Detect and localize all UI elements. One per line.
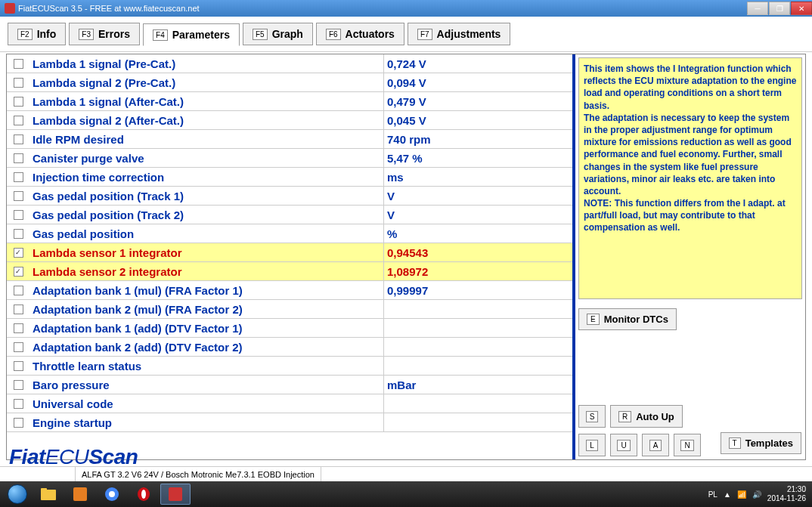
param-name: Lambda signal 2 (Pre-Cat.) [29,76,383,89]
param-value: 5,47 % [383,149,572,167]
param-row[interactable]: Idle RPM desired740 rpm [7,130,572,149]
svg-rect-0 [41,490,56,500]
param-value [383,357,572,375]
param-checkbox[interactable] [14,134,23,144]
param-checkbox[interactable]: ✓ [14,267,23,277]
param-row[interactable]: Gas pedal position (Track 1) V [7,187,572,206]
param-checkbox[interactable] [14,380,23,390]
param-value: 0,045 V [383,111,572,129]
a-button[interactable]: A [642,434,669,456]
param-name: Adaptation bank 2 (mul) (FRA Factor 2) [29,303,383,316]
param-row[interactable]: Gas pedal position (Track 2) V [7,206,572,224]
param-row[interactable]: Throttle learn status [7,357,572,376]
param-value [383,394,572,413]
n-button[interactable]: N [674,434,701,456]
param-checkbox[interactable]: ✓ [14,248,23,258]
tab-adjustments[interactable]: F7Adjustments [408,23,510,45]
l-button[interactable]: L [578,434,606,456]
taskbar-explorer-icon[interactable] [33,484,64,505]
tray-flag-icon[interactable]: ▲ [724,490,731,499]
taskbar-chrome-icon[interactable] [97,484,127,505]
param-row[interactable]: Lambda signal 2 (Pre-Cat.)0,094 V [7,73,572,92]
param-checkbox[interactable] [14,305,23,314]
param-row[interactable]: Adaptation bank 1 (add) (DTV Factor 1) [7,319,572,338]
parameters-list[interactable]: Lambda 1 signal (Pre-Cat.)0,724 VLambda … [7,54,575,459]
param-row[interactable]: Canister purge valve5,47 % [7,149,572,168]
tray-network-icon[interactable]: 📶 [737,490,746,499]
param-checkbox[interactable] [14,59,23,69]
param-checkbox[interactable] [14,97,23,107]
minimize-button[interactable]: ─ [747,2,768,15]
param-name: Lambda sensor 1 integrator [29,246,383,259]
param-row[interactable]: Injection time correction ms [7,168,572,187]
taskbar-opera-icon[interactable] [129,484,159,505]
taskbar-fiatecuscan-icon[interactable] [160,484,191,505]
param-value: V [383,206,572,224]
param-name: Idle RPM desired [29,133,383,146]
param-checkbox[interactable] [14,116,23,125]
param-name: Adaptation bank 1 (mul) (FRA Factor 1) [29,284,383,297]
param-name: Gas pedal position (Track 1) [29,190,383,202]
templates-button[interactable]: T Templates [721,432,801,454]
start-button[interactable] [3,483,32,505]
param-row[interactable]: Lambda 1 signal (After-Cat.)0,479 V [7,92,572,111]
param-row[interactable]: Gas pedal position % [7,224,572,243]
taskbar-app-icon[interactable] [65,484,95,505]
param-row[interactable]: Engine startup [7,413,572,432]
param-value: % [383,224,572,243]
param-name: Canister purge valve [29,152,383,165]
param-checkbox[interactable] [14,229,23,239]
param-value [383,300,572,318]
param-checkbox[interactable] [14,323,23,333]
param-checkbox[interactable] [14,418,23,428]
param-row[interactable]: Adaptation bank 2 (add) (DTV Factor 2) [7,338,572,357]
param-name: Injection time correction [29,171,383,184]
param-checkbox[interactable] [14,399,23,409]
tab-info[interactable]: F2Info [8,23,66,45]
tab-errors[interactable]: F3Errors [69,23,140,45]
titlebar: FiatECUScan 3.5 - FREE at www.fiatecusca… [0,0,812,17]
auto-up-button[interactable]: R Auto Up [610,405,683,428]
param-checkbox[interactable] [14,286,23,295]
help-panel: This item shows the I Integration functi… [578,57,802,299]
param-row[interactable]: ✓Lambda sensor 1 integrator0,94543 [7,243,572,262]
tab-bar: F2InfoF3ErrorsF4ParametersF5GraphF6Actua… [0,17,812,52]
tab-graph[interactable]: F5Graph [243,23,313,45]
param-row[interactable]: Lambda 1 signal (Pre-Cat.)0,724 V [7,54,572,73]
maximize-button[interactable]: ❐ [769,2,790,15]
param-name: Gas pedal position (Track 2) [29,209,383,221]
param-checkbox[interactable] [14,342,23,352]
param-row[interactable]: ✓Lambda sensor 2 integrator1,08972 [7,262,572,281]
param-row[interactable]: Adaptation bank 1 (mul) (FRA Factor 1)0,… [7,281,572,300]
tab-actuators[interactable]: F6Actuators [316,23,404,45]
param-value [383,338,572,356]
param-checkbox[interactable] [14,172,23,182]
param-name: Baro pressure [29,379,383,391]
monitor-dtcs-button[interactable]: E Monitor DTCs [578,308,677,330]
u-button[interactable]: U [610,434,637,456]
svg-point-6 [141,490,146,499]
svg-rect-7 [169,487,182,501]
param-checkbox[interactable] [14,210,23,220]
param-value: mBar [383,376,572,394]
tray-lang[interactable]: PL [708,490,717,499]
close-button[interactable]: ✕ [791,2,812,15]
svg-rect-1 [41,488,47,491]
s-button[interactable]: S [578,405,606,428]
param-checkbox[interactable] [14,153,23,163]
tab-parameters[interactable]: F4Parameters [143,23,240,46]
param-value [383,413,572,431]
param-name: Adaptation bank 2 (add) (DTV Factor 2) [29,341,383,354]
param-row[interactable]: Baro pressure mBar [7,376,572,394]
app-icon [5,3,15,14]
param-checkbox[interactable] [14,78,23,88]
param-row[interactable]: Lambda signal 2 (After-Cat.)0,045 V [7,111,572,130]
tray-clock[interactable]: 21:30 2014-11-26 [767,485,806,503]
param-checkbox[interactable] [14,361,23,371]
tray-volume-icon[interactable]: 🔊 [752,490,761,499]
param-checkbox[interactable] [14,191,23,201]
taskbar: PL ▲ 📶 🔊 21:30 2014-11-26 [0,481,812,507]
param-value: 0,094 V [383,73,572,91]
param-row[interactable]: Adaptation bank 2 (mul) (FRA Factor 2) [7,300,572,319]
param-row[interactable]: Universal code [7,394,572,413]
